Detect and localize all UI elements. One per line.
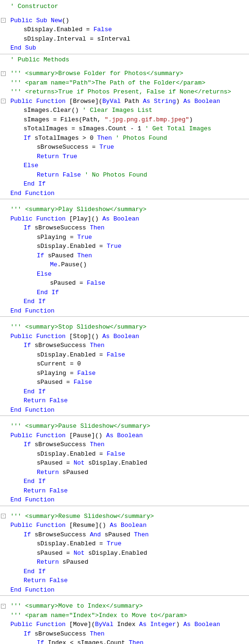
code-line: sDisplay.Enabled = True — [0, 242, 249, 251]
line-text: If sBrowseSuccess Then — [7, 629, 249, 639]
collapse-icon[interactable]: - — [1, 18, 6, 23]
line-text: Public Sub New() — [7, 16, 249, 25]
line-text: End Function — [7, 406, 249, 415]
line-text: ''' <param name="Path">The Path of the F… — [7, 78, 249, 88]
code-line: sTotalImages = sImages.Count - 1 ' Get T… — [0, 124, 249, 134]
code-divider — [0, 54, 249, 54]
line-text: sBrowseSuccess = True — [7, 143, 249, 152]
line-text: ''' <returns>True if Photos Present, Fal… — [7, 87, 249, 97]
line-text: End Function — [7, 495, 249, 505]
line-text: sDisplay.Enabled = True — [7, 242, 249, 251]
code-line: Public Function [Play]() As Boolean — [0, 214, 249, 224]
code-line: -''' <summary>Move to Index</summary> — [0, 602, 249, 611]
code-line: ' Public Methods — [0, 55, 249, 65]
line-text: sDisplay.Enabled = False — [7, 449, 249, 459]
code-line: Public Function [Pause]() As Boolean — [0, 431, 249, 441]
line-text: sImages.Clear() ' Clear Images List — [7, 106, 249, 115]
code-line: Public Function [Move](ByVal Index As In… — [0, 620, 249, 629]
line-text: sPaused = Not sDisplay.Enabled — [7, 549, 249, 558]
line-text: Return False — [7, 576, 249, 585]
code-line: sPlaying = False — [0, 369, 249, 378]
code-line: ''' <summary>Pause Slideshow</summary> — [0, 422, 249, 431]
line-text: sPlaying = True — [7, 233, 249, 242]
line-text: Return False — [7, 396, 249, 406]
line-text: sDisplay.Enabled = False — [7, 25, 249, 34]
line-text: If sBrowseSuccess Then — [7, 341, 249, 350]
line-text: Me.Pause() — [7, 260, 249, 270]
code-line: Public Function [Resume]() As Boolean — [0, 521, 249, 530]
code-line: sImages.Clear() ' Clear Images List — [0, 106, 249, 115]
code-line: sDisplay.Enabled = False — [0, 449, 249, 459]
code-divider — [0, 506, 249, 506]
line-text: Return False ' No Photos Found — [7, 170, 249, 180]
code-line: Else — [0, 161, 249, 170]
code-line: If sBrowseSuccess Then — [0, 341, 249, 350]
line-text: ''' <summary>Play Slideshow</summary> — [7, 205, 249, 214]
code-line: End If — [0, 179, 249, 189]
code-line: If sBrowseSuccess And sPaused Then — [0, 530, 249, 540]
line-text: Public Function [Browse](ByVal Path As S… — [7, 97, 249, 106]
code-divider — [0, 595, 249, 596]
code-line: End If — [0, 567, 249, 576]
line-text: sDisplay.Enabled = True — [7, 539, 249, 549]
code-line: sDisplay.Enabled = False — [0, 350, 249, 360]
code-line: Return sPaused — [0, 468, 249, 477]
blank-line — [0, 200, 249, 205]
line-text: End If — [7, 387, 249, 397]
line-text: End Function — [7, 189, 249, 198]
code-line: If Index < sImages.Count Then — [0, 638, 249, 644]
line-text: sTotalImages = sImages.Count - 1 ' Get T… — [7, 124, 249, 134]
code-line: ''' <summary>Stop Slideshow</summary> — [0, 322, 249, 332]
blank-line — [0, 318, 249, 322]
code-line: End If — [0, 288, 249, 297]
line-text: End If — [7, 567, 249, 576]
line-text: sDisplay.Interval = sInterval — [7, 34, 249, 44]
collapse-icon[interactable]: - — [1, 99, 6, 103]
code-line: sBrowseSuccess = True — [0, 143, 249, 152]
line-text: If sTotalImages > 0 Then ' Photos Found — [7, 134, 249, 143]
code-line: End Sub — [0, 43, 249, 53]
code-line: sCurrent = 0 — [0, 359, 249, 369]
code-line: Return True — [0, 152, 249, 161]
line-text: Else — [7, 161, 249, 170]
code-divider — [0, 316, 249, 317]
code-line: Else — [0, 270, 249, 279]
code-line: -Public Function [Browse](ByVal Path As … — [0, 97, 249, 106]
line-text: ''' <param name="Index">Index to Move to… — [7, 611, 249, 620]
collapse-icon[interactable]: - — [1, 604, 6, 609]
line-text: End Sub — [7, 43, 249, 53]
collapse-icon[interactable]: - — [1, 71, 6, 76]
line-text: Return sPaused — [7, 558, 249, 567]
code-line: sDisplay.Interval = sInterval — [0, 34, 249, 44]
code-line: ''' <param name="Index">Index to Move to… — [0, 611, 249, 620]
code-line: Return False — [0, 576, 249, 585]
code-line: End If — [0, 297, 249, 306]
code-line: If sPaused Then — [0, 251, 249, 261]
code-line: Return sPaused — [0, 558, 249, 567]
code-line: sPaused = Not sDisplay.Enabled — [0, 458, 249, 468]
line-text: Public Function [Stop]() As Boolean — [7, 332, 249, 341]
blank-line — [0, 417, 249, 422]
code-editor: ' Constructor-Public Sub New()sDisplay.E… — [0, 0, 249, 644]
code-line: ' Constructor — [0, 2, 249, 11]
code-line: Return False — [0, 396, 249, 406]
line-text: Return sPaused — [7, 468, 249, 477]
code-line: -''' <summary>Browse Folder for Photos</… — [0, 69, 249, 78]
code-line: sPaused = False — [0, 378, 249, 387]
collapse-icon[interactable]: - — [1, 514, 6, 518]
code-line: Public Function [Stop]() As Boolean — [0, 332, 249, 341]
line-text: ' Public Methods — [7, 55, 249, 65]
line-text: End Function — [7, 306, 249, 316]
blank-line — [0, 11, 249, 16]
code-line: Me.Pause() — [0, 260, 249, 270]
code-line: Return False ' No Photos Found — [0, 170, 249, 180]
line-text: If sBrowseSuccess Then — [7, 223, 249, 233]
line-text: sDisplay.Enabled = False — [7, 350, 249, 360]
line-text: If sPaused Then — [7, 251, 249, 261]
line-text: If sBrowseSuccess Then — [7, 440, 249, 449]
line-text: End If — [7, 297, 249, 306]
line-text: Public Function [Play]() As Boolean — [7, 214, 249, 224]
line-text: ''' <summary>Stop Slideshow</summary> — [7, 322, 249, 332]
code-line: ''' <summary>Play Slideshow</summary> — [0, 205, 249, 214]
line-text: sPaused = Not sDisplay.Enabled — [7, 458, 249, 468]
